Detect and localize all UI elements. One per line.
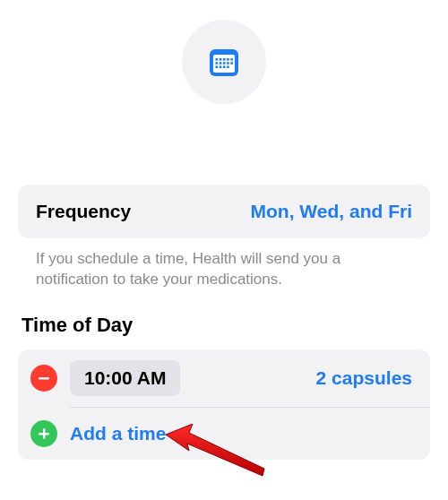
svg-rect-5 [227, 58, 229, 61]
plus-icon [37, 427, 51, 441]
svg-rect-8 [220, 62, 222, 65]
svg-rect-14 [223, 65, 226, 68]
svg-rect-10 [227, 62, 229, 65]
svg-rect-7 [216, 62, 219, 65]
svg-rect-2 [216, 58, 219, 61]
calendar-icon [205, 43, 243, 81]
svg-rect-11 [230, 62, 233, 65]
svg-rect-3 [220, 58, 222, 61]
frequency-label: Frequency [36, 201, 131, 222]
svg-rect-6 [230, 58, 233, 61]
time-row: 10:00 AM 2 capsules [18, 349, 430, 407]
svg-rect-15 [227, 65, 229, 68]
minus-icon [37, 371, 51, 385]
time-picker[interactable]: 10:00 AM [70, 360, 180, 396]
header-icon-area [18, 0, 430, 185]
add-time-label: Add a time [70, 423, 166, 444]
time-of-day-heading: Time of Day [18, 308, 430, 349]
calendar-icon-circle [182, 20, 266, 104]
svg-rect-9 [223, 62, 226, 65]
frequency-value: Mon, Wed, and Fri [251, 201, 412, 222]
svg-rect-12 [216, 65, 219, 68]
svg-rect-13 [220, 65, 222, 68]
remove-time-button[interactable] [30, 365, 57, 392]
svg-rect-16 [39, 377, 49, 379]
helper-text: If you schedule a time, Health will send… [18, 238, 430, 308]
add-time-row[interactable]: Add a time [18, 408, 430, 460]
svg-rect-18 [39, 433, 49, 435]
add-time-button[interactable] [30, 420, 57, 447]
time-of-day-list: 10:00 AM 2 capsules Add a time [18, 349, 430, 460]
frequency-row[interactable]: Frequency Mon, Wed, and Fri [18, 185, 430, 238]
dose-value[interactable]: 2 capsules [316, 367, 412, 389]
svg-rect-4 [223, 58, 226, 61]
